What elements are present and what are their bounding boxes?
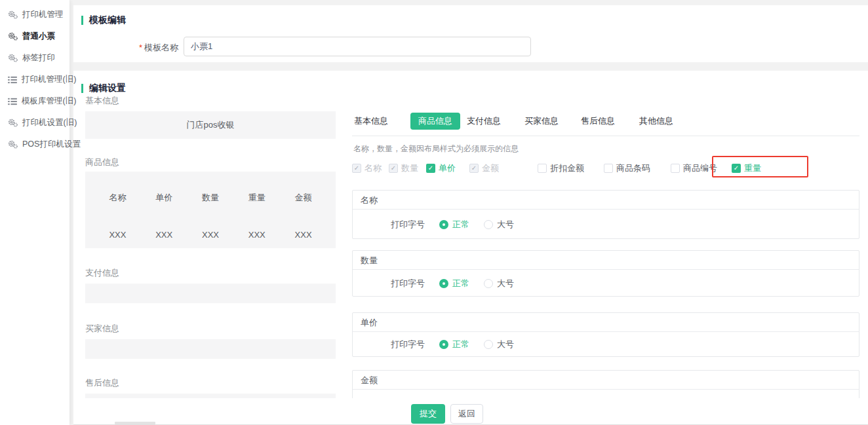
sidebar-item-label: 打印机管理 [22,9,64,20]
sidebar: 打印机管理 普通小票 标签打印 打印机管理(旧) 模板库管理(旧) 打印机设置(… [0,0,69,425]
cogs-icon [8,54,18,62]
print-font-size-label: 打印字号 [391,278,425,289]
preview-payment-label: 支付信息 [85,268,336,278]
checkbox-quantity: ✓ 数量 [389,163,418,174]
field-section-header: 数量 [353,251,859,270]
checkbox-checked-disabled-icon: ✓ [389,164,398,173]
info-tabs: 基本信息 商品信息 支付信息 买家信息 售后信息 其他信息 [352,111,859,131]
field-section-body: 打印字号 正常 大号 [353,270,859,297]
receipt-preview: 基本信息 门店pos收银 商品信息 名称 单价 数量 重量 金额 XXX XXX… [85,96,336,398]
preview-aftersale-label: 售后信息 [85,378,336,388]
sidebar-item-label: POS打印机设置 [22,139,81,150]
radio-font-large[interactable]: 大号 [484,219,514,231]
checkbox-product-code[interactable]: 商品编号 [671,163,717,174]
print-font-size-label: 打印字号 [391,219,425,231]
sidebar-item-normal-receipt[interactable]: 普通小票 [0,26,69,47]
checkbox-checked-disabled-icon: ✓ [469,164,479,173]
list-icon [8,76,17,84]
tab-aftersale-info[interactable]: 售后信息 [581,111,615,131]
submit-button[interactable]: 提交 [411,404,445,424]
goods-field-checkboxes: ✓ 名称 ✓ 数量 ✓ 单价 ✓ 金额 折扣金额 [352,163,859,174]
preview-goods-sample-row: XXX XXX XXX XXX XXX [85,204,336,240]
radio-font-normal[interactable]: 正常 [439,278,469,289]
required-fields-hint: 名称，数量，金额因布局样式为必须展示的信息 [353,143,519,155]
template-name-input[interactable] [184,37,531,56]
required-asterisk: * [139,43,142,52]
tab-buyer-info[interactable]: 买家信息 [524,111,559,131]
checkbox-discount-amount[interactable]: 折扣金额 [538,163,584,174]
sidebar-item-label: 标签打印 [22,52,55,64]
radio-font-large[interactable]: 大号 [484,339,514,350]
main-content: 模板编辑 *模板名称 编辑设置 基本信息 门店pos收银 商品信息 名称 单价 … [73,0,868,425]
sidebar-item-label: 打印机管理(旧) [22,74,76,85]
checkbox-unchecked-icon[interactable] [671,164,680,173]
field-section-header: 名称 [353,191,859,210]
preview-buyer-block [85,339,336,359]
checkbox-unit-price[interactable]: ✓ 单价 [426,163,456,174]
field-section-header: 单价 [353,313,859,332]
checkbox-unchecked-icon[interactable] [538,164,547,173]
sidebar-item-template-lib-old[interactable]: 模板库管理(旧) [0,90,69,112]
settings-column: 基本信息 商品信息 支付信息 买家信息 售后信息 其他信息 名称，数量，金额因布… [352,71,859,398]
cogs-icon [8,32,18,41]
radio-font-normal[interactable]: 正常 [439,339,469,350]
checkbox-checked-icon[interactable]: ✓ [426,164,435,173]
field-section-body: 打印字号 正常 大号 [353,332,859,357]
tab-basic-info[interactable]: 基本信息 [354,111,388,131]
preview-goods-label: 商品信息 [85,157,336,168]
radio-selected-icon[interactable] [439,279,448,288]
field-section-amount: 金额 [352,370,859,398]
sidebar-item-printer-manage-old[interactable]: 打印机管理(旧) [0,69,69,90]
cogs-icon [8,140,18,149]
tab-payment-info[interactable]: 支付信息 [467,111,501,131]
tab-other-info[interactable]: 其他信息 [639,111,673,131]
field-section-body [353,390,859,398]
sidebar-item-label-print[interactable]: 标签打印 [0,47,69,69]
sidebar-item-pos-printer-settings[interactable]: POS打印机设置 [0,134,69,155]
section-title-text: 编辑设置 [89,83,126,94]
cogs-icon [8,119,18,127]
preview-aftersale-block [85,394,336,398]
checkbox-unchecked-icon[interactable] [604,164,613,173]
preview-goods-block: 名称 单价 数量 重量 金额 XXX XXX XXX XXX XXX [85,172,336,248]
edit-settings-card: 编辑设置 基本信息 门店pos收银 商品信息 名称 单价 数量 重量 金额 XX… [73,71,868,398]
radio-font-large[interactable]: 大号 [484,278,514,289]
edit-settings-title: 编辑设置 [81,83,126,94]
radio-selected-icon[interactable] [439,220,448,229]
radio-unselected-icon[interactable] [484,340,493,349]
field-section-body: 打印字号 正常 大号 [353,210,859,239]
sidebar-item-printer-manage[interactable]: 打印机管理 [0,4,69,26]
field-section-name: 名称 打印字号 正常 大号 [352,190,859,239]
checkbox-checked-disabled-icon: ✓ [352,164,361,173]
radio-unselected-icon[interactable] [484,279,493,288]
tabs-divider [352,136,859,136]
radio-selected-icon[interactable] [439,340,448,349]
template-edit-title: 模板编辑 [81,14,126,26]
template-edit-card: 模板编辑 *模板名称 [73,5,868,62]
field-section-quantity: 数量 打印字号 正常 大号 [352,250,859,297]
radio-font-normal[interactable]: 正常 [439,219,469,231]
checkbox-weight[interactable]: ✓ 重量 [732,163,761,174]
preview-payment-block [85,284,336,303]
back-button[interactable]: 返回 [450,404,483,424]
preview-basic-block: 门店pos收银 [85,111,336,139]
field-section-header: 金额 [353,371,859,390]
cogs-icon [8,10,18,19]
checkbox-name: ✓ 名称 [352,163,382,174]
sidebar-item-label: 打印机设置(旧) [22,117,77,128]
checkbox-amount: ✓ 金额 [469,163,499,174]
radio-unselected-icon[interactable] [484,220,493,229]
list-icon [8,98,17,105]
sidebar-item-label: 普通小票 [22,31,55,42]
template-name-label: *模板名称 [73,42,178,54]
preview-store-title: 门店pos收银 [187,119,235,131]
preview-goods-header-row: 名称 单价 数量 重量 金额 [85,172,336,204]
tab-goods-info[interactable]: 商品信息 [410,113,460,130]
sidebar-item-printer-settings-old[interactable]: 打印机设置(旧) [0,112,69,134]
bottom-clipped-text [115,422,155,424]
checkbox-checked-icon[interactable]: ✓ [732,164,741,173]
section-title-text: 模板编辑 [89,14,126,26]
field-section-unit-price: 单价 打印字号 正常 大号 [352,312,859,357]
footer-action-bar: 提交 返回 [73,398,868,425]
checkbox-barcode[interactable]: 商品条码 [604,163,650,174]
